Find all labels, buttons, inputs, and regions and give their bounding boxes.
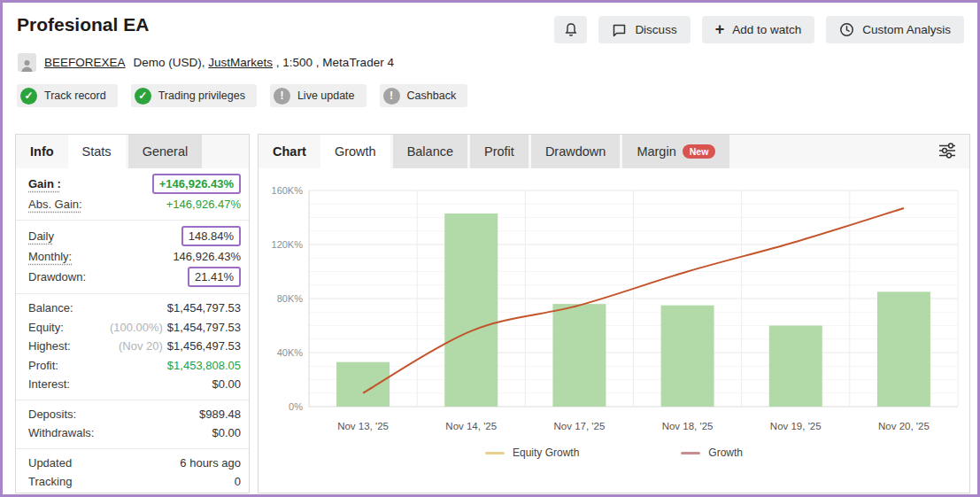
verification-badges: ✓Track record✓Trading privileges!Live up… [17, 84, 467, 107]
account-type: Demo (USD), [134, 56, 209, 69]
tab-label: Drawdown [545, 144, 606, 159]
badge-label: Track record [44, 89, 106, 102]
exclamation-icon: ! [383, 88, 400, 105]
stat-value: $1,454,797.53 [167, 321, 241, 334]
stat-row-monthly: Monthly:146,926.43% [28, 247, 241, 267]
notifications-button[interactable] [554, 16, 587, 43]
stat-row-daily: Daily148.84% [28, 225, 241, 247]
add-to-watch-button[interactable]: + Add to watch [702, 16, 815, 43]
legend-item-equity-growth[interactable]: Equity Growth [485, 447, 579, 459]
stat-value: +146,926.47% [166, 198, 241, 211]
stat-value-prefix: (100.00%) [110, 321, 163, 334]
speech-bubble-icon [612, 23, 627, 37]
x-axis-label: Nov 13, '25 [337, 421, 389, 431]
growth-chart[interactable]: 0%40K%80K%120K%160K%Nov 13, '25Nov 14, '… [259, 168, 969, 447]
stat-row-balance: Balance:$1,454,797.53 [28, 299, 241, 318]
tab-margin[interactable]: MarginNew [622, 135, 729, 168]
chart-tabs: ChartGrowthBalanceProfitDrawdownMarginNe… [259, 135, 969, 168]
stat-label: Profit: [28, 359, 58, 372]
broker-link[interactable]: JustMarkets [208, 56, 273, 69]
badge-label: Cashback [407, 89, 457, 102]
sliders-icon [938, 142, 957, 162]
custom-analysis-button[interactable]: Custom Analysis [826, 16, 964, 43]
stat-value: 148.84% [189, 229, 234, 243]
stat-value-wrap: $1,454,797.53 [167, 301, 241, 315]
account-details: Demo (USD), JustMarkets , 1:500 , MetaTr… [134, 56, 394, 69]
stat-group: Balance:$1,454,797.53Equity:(100.00%)$1,… [16, 294, 249, 400]
account-name-link[interactable]: BEEFOREXEA [44, 56, 126, 69]
tab-profit[interactable]: Profit [470, 135, 529, 168]
x-axis-label: Nov 14, '25 [445, 421, 497, 431]
header-actions: Discuss + Add to watch Custom Analysis [554, 16, 964, 43]
growth-bar[interactable] [661, 306, 714, 407]
growth-bar[interactable] [552, 304, 606, 407]
tab-chart[interactable]: Chart [259, 135, 320, 168]
stat-row-interest: Interest:$0.00 [28, 375, 241, 394]
discuss-label: Discuss [635, 23, 676, 36]
legend-label: Growth [708, 447, 743, 459]
tab-info[interactable]: Info [16, 135, 68, 168]
stat-value: $1,456,497.53 [167, 339, 241, 353]
y-axis-tick-label: 40K% [277, 347, 304, 358]
stat-value: +146,926.43% [159, 177, 234, 190]
stat-value-wrap: $0.00 [212, 426, 241, 439]
tab-label: Margin [637, 144, 675, 159]
stat-value-wrap: $989.48 [199, 408, 241, 421]
y-axis-tick-label: 160K% [272, 185, 304, 196]
legend-swatch [485, 452, 505, 454]
x-axis-label: Nov 20, '25 [878, 421, 930, 431]
stat-group: Daily148.84%Monthly:146,926.43%Drawdown:… [16, 221, 249, 295]
stat-value-wrap: 6 hours ago [180, 456, 241, 470]
stat-label: Balance: [28, 301, 73, 315]
stat-value: 0 [235, 475, 241, 488]
highlight-box: +146,926.43% [152, 174, 241, 194]
stat-label: Updated [28, 456, 72, 470]
growth-bar[interactable] [336, 362, 390, 407]
tab-label: Growth [335, 144, 376, 159]
stat-value: $989.48 [199, 408, 241, 421]
tab-growth[interactable]: Growth [320, 135, 390, 168]
stat-value: $0.00 [212, 377, 241, 391]
stat-label: Daily [28, 229, 54, 243]
growth-bar[interactable] [877, 291, 930, 407]
tab-label: Profit [484, 144, 514, 159]
custom-analysis-label: Custom Analysis [862, 23, 951, 36]
stat-row-deposits: Deposits:$989.48 [28, 405, 241, 424]
plus-icon: + [715, 21, 725, 37]
tab-label: Stats [82, 144, 112, 159]
add-to-watch-label: Add to watch [732, 23, 801, 36]
stats-tabs: InfoStatsGeneral [16, 135, 249, 168]
legend-swatch [681, 452, 700, 454]
stat-row-highest: Highest:(Nov 20)$1,456,497.53 [28, 337, 241, 356]
stat-value-wrap: 148.84% [181, 225, 241, 247]
stat-label: Equity: [28, 321, 64, 334]
stat-value-wrap: 146,926.43% [173, 250, 241, 263]
chart-panel: ChartGrowthBalanceProfitDrawdownMarginNe… [258, 134, 970, 493]
legend-label: Equity Growth [513, 447, 579, 459]
stat-value: $1,453,808.05 [167, 359, 241, 372]
check-icon: ✓ [135, 88, 151, 105]
status-badge-live-update: !Live update [270, 84, 367, 107]
badge-label: Live update [297, 89, 355, 102]
x-axis-label: Nov 19, '25 [770, 421, 822, 431]
status-badge-cashback: !Cashback [380, 84, 468, 107]
tab-balance[interactable]: Balance [393, 135, 467, 168]
account-page: Profesional EA Discuss + Add to watch Cu… [0, 0, 980, 497]
highlight-box: 148.84% [181, 226, 241, 246]
tab-drawdown[interactable]: Drawdown [531, 135, 621, 168]
bell-icon [564, 22, 578, 37]
tab-general[interactable]: General [128, 135, 203, 168]
check-icon: ✓ [20, 88, 37, 105]
growth-bar[interactable] [769, 326, 822, 408]
discuss-button[interactable]: Discuss [598, 16, 690, 43]
status-badge-trading-privileges: ✓Trading privileges [131, 84, 257, 107]
chart-settings-button[interactable] [933, 139, 961, 164]
account-leverage-platform: , 1:500 , MetaTrader 4 [273, 56, 394, 69]
y-axis-tick-label: 0% [289, 401, 303, 412]
stats-panel: InfoStatsGeneral Gain :+146,926.43%Abs. … [15, 134, 250, 493]
legend-item-growth[interactable]: Growth [681, 447, 743, 459]
growth-bar[interactable] [444, 214, 498, 407]
page-title: Profesional EA [17, 14, 149, 35]
tab-stats[interactable]: Stats [68, 135, 126, 168]
tab-label: Chart [273, 144, 306, 159]
